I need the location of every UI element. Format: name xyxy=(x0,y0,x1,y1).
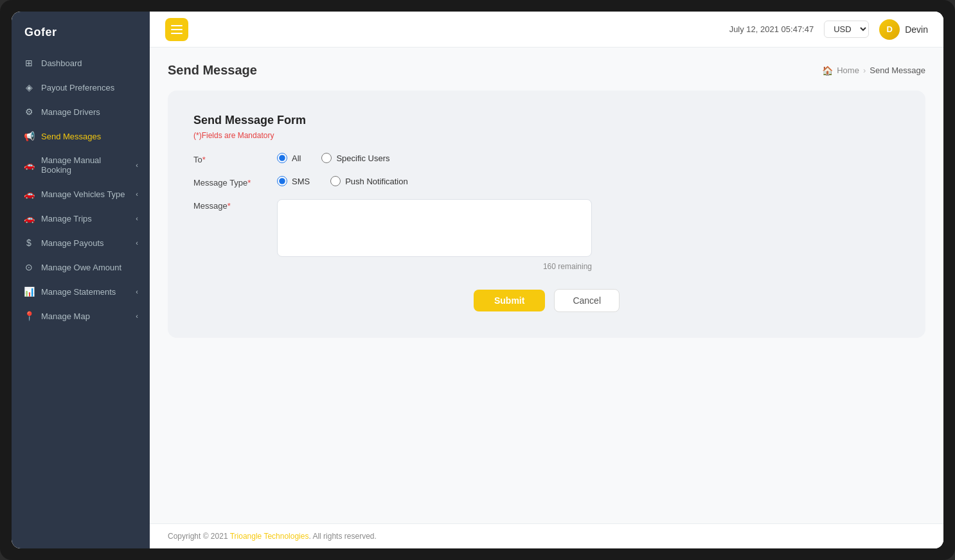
trips-icon: 🚗 xyxy=(23,213,35,223)
chevron-icon: ‹ xyxy=(136,239,138,247)
footer-company-link[interactable]: Trioangle Technologies xyxy=(230,532,309,541)
sidebar-item-map[interactable]: 📍 Manage Map ‹ xyxy=(12,304,150,328)
sidebar-item-statements[interactable]: 📊 Manage Statements ‹ xyxy=(12,279,150,304)
messages-icon: 📢 xyxy=(23,131,35,141)
to-specific-radio[interactable] xyxy=(321,153,332,163)
sidebar-item-label: Manage Vehicles Type xyxy=(41,189,125,199)
sidebar: Gofer ⊞ Dashboard ◈ Payout Preferences ⚙… xyxy=(12,12,150,548)
app-logo: Gofer xyxy=(12,12,150,51)
page-header: Send Message 🏠 Home › Send Message xyxy=(168,63,925,78)
sms-option[interactable]: SMS xyxy=(277,176,310,186)
outer-frame: Gofer ⊞ Dashboard ◈ Payout Preferences ⚙… xyxy=(0,0,955,560)
breadcrumb-current: Send Message xyxy=(870,66,925,75)
to-all-option[interactable]: All xyxy=(277,153,301,163)
chevron-icon: ‹ xyxy=(136,312,138,320)
push-label: Push Notification xyxy=(345,177,408,186)
payout-icon: ◈ xyxy=(23,82,35,92)
avatar: D xyxy=(879,19,900,40)
chevron-icon: ‹ xyxy=(136,161,138,169)
message-textarea[interactable] xyxy=(277,199,592,257)
mandatory-note: (*)Fields are Mandatory xyxy=(193,131,900,140)
sidebar-item-label: Dashboard xyxy=(41,58,82,68)
to-row: To* All Specific Users xyxy=(193,153,900,164)
chevron-icon: ‹ xyxy=(136,214,138,222)
manual-booking-icon: 🚗 xyxy=(23,160,35,170)
breadcrumb: 🏠 Home › Send Message xyxy=(822,66,925,76)
vehicles-icon: 🚗 xyxy=(23,189,35,199)
currency-selector[interactable]: USD EUR GBP xyxy=(824,21,869,38)
submit-button[interactable]: Submit xyxy=(474,290,545,311)
message-type-row: Message Type* SMS Push Notification xyxy=(193,176,900,188)
drivers-icon: ⚙ xyxy=(23,107,35,117)
user-badge[interactable]: D Devin xyxy=(879,19,928,40)
message-type-radio-group: SMS Push Notification xyxy=(277,176,408,186)
sidebar-item-owe-amount[interactable]: ⊙ Manage Owe Amount xyxy=(12,255,150,279)
breadcrumb-home[interactable]: Home xyxy=(837,66,859,75)
dashboard-icon: ⊞ xyxy=(23,58,35,68)
form-actions: Submit Cancel xyxy=(193,289,900,312)
sidebar-item-dashboard[interactable]: ⊞ Dashboard xyxy=(12,51,150,75)
main-content: July 12, 2021 05:47:47 USD EUR GBP D Dev… xyxy=(150,12,943,548)
sidebar-item-label: Send Messages xyxy=(41,132,101,141)
push-notification-option[interactable]: Push Notification xyxy=(330,176,408,186)
sidebar-item-payouts[interactable]: $ Manage Payouts ‹ xyxy=(12,231,150,255)
breadcrumb-separator: › xyxy=(863,66,866,75)
to-label: To* xyxy=(193,153,277,164)
cancel-button[interactable]: Cancel xyxy=(554,289,620,312)
sidebar-item-send-messages[interactable]: 📢 Send Messages xyxy=(12,124,150,148)
sidebar-item-label: Manage Drivers xyxy=(41,107,100,117)
sms-radio[interactable] xyxy=(277,176,287,186)
payouts-icon: $ xyxy=(23,238,35,248)
user-name: Devin xyxy=(905,24,928,35)
home-icon: 🏠 xyxy=(822,66,833,76)
to-all-radio[interactable] xyxy=(277,153,287,163)
sidebar-item-label: Manage Owe Amount xyxy=(41,263,121,272)
to-all-label: All xyxy=(292,153,301,163)
to-radio-group: All Specific Users xyxy=(277,153,390,163)
sidebar-item-label: Manage Statements xyxy=(41,287,116,297)
header-left xyxy=(165,18,188,41)
sidebar-item-label: Manage Trips xyxy=(41,214,92,223)
datetime-display: July 12, 2021 05:47:47 xyxy=(729,24,814,34)
form-title: Send Message Form xyxy=(193,114,900,127)
message-label: Message* xyxy=(193,199,277,211)
sidebar-item-vehicles-type[interactable]: 🚗 Manage Vehicles Type ‹ xyxy=(12,182,150,206)
message-type-label: Message Type* xyxy=(193,176,277,188)
sidebar-item-label: Payout Preferences xyxy=(41,83,114,92)
chevron-icon: ‹ xyxy=(136,190,138,198)
to-specific-option[interactable]: Specific Users xyxy=(321,153,389,163)
header-right: July 12, 2021 05:47:47 USD EUR GBP D Dev… xyxy=(729,19,928,40)
map-icon: 📍 xyxy=(23,311,35,321)
hamburger-icon xyxy=(171,25,183,34)
footer-copyright: Copyright © 2021 xyxy=(168,532,228,541)
sidebar-item-label: Manage Map xyxy=(41,311,90,321)
app-window: Gofer ⊞ Dashboard ◈ Payout Preferences ⚙… xyxy=(12,12,943,548)
page-title: Send Message xyxy=(168,63,257,78)
sidebar-item-label: Manage Payouts xyxy=(41,238,104,248)
message-row: Message* 160 remaining xyxy=(193,199,900,271)
hamburger-button[interactable] xyxy=(165,18,188,41)
sidebar-item-label: Manage Manual Booking xyxy=(41,155,129,175)
statements-icon: 📊 xyxy=(23,286,35,297)
footer: Copyright © 2021 Trioangle Technologies.… xyxy=(150,523,943,548)
owe-amount-icon: ⊙ xyxy=(23,262,35,272)
to-specific-label: Specific Users xyxy=(336,153,389,163)
message-field-wrap: 160 remaining xyxy=(277,199,592,271)
remaining-text: 160 remaining xyxy=(277,262,592,271)
sms-label: SMS xyxy=(292,177,310,186)
header: July 12, 2021 05:47:47 USD EUR GBP D Dev… xyxy=(150,12,943,48)
push-radio[interactable] xyxy=(330,176,341,186)
sidebar-item-trips[interactable]: 🚗 Manage Trips ‹ xyxy=(12,206,150,231)
page-area: Send Message 🏠 Home › Send Message Send … xyxy=(150,48,943,523)
sidebar-item-payout-preferences[interactable]: ◈ Payout Preferences xyxy=(12,75,150,100)
send-message-form-card: Send Message Form (*)Fields are Mandator… xyxy=(168,91,925,338)
sidebar-item-manual-booking[interactable]: 🚗 Manage Manual Booking ‹ xyxy=(12,148,150,182)
sidebar-item-manage-drivers[interactable]: ⚙ Manage Drivers xyxy=(12,100,150,124)
chevron-icon: ‹ xyxy=(136,288,138,295)
